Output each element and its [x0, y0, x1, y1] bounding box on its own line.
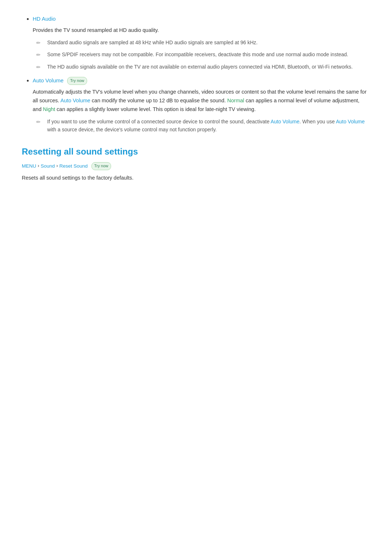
auto-volume-description: Automatically adjusts the TV's volume le…: [33, 88, 370, 114]
auto-volume-inline-link-3[interactable]: Auto Volume: [336, 119, 364, 124]
reset-section: Resetting all sound settings MENU › Soun…: [22, 145, 370, 182]
features-list: HD Audio Provides the TV sound resampled…: [22, 15, 370, 134]
auto-volume-title[interactable]: Auto Volume: [33, 77, 64, 83]
list-item-hd-audio: HD Audio Provides the TV sound resampled…: [33, 15, 370, 71]
hd-audio-note-3-text: The HD audio signals available on the TV…: [47, 63, 370, 71]
breadcrumb-chevron-2: ›: [56, 162, 58, 170]
breadcrumb: MENU › Sound › Reset Sound Try now: [22, 162, 370, 170]
hd-audio-note-2: ✏ Some S/PDIF receivers may not be compa…: [36, 50, 370, 59]
hd-audio-note-3: ✏ The HD audio signals available on the …: [36, 63, 370, 71]
auto-volume-note-1-text: If you want to use the volume control of…: [47, 118, 370, 134]
breadcrumb-reset-sound[interactable]: Reset Sound: [59, 162, 87, 170]
pencil-icon-1: ✏: [36, 39, 44, 47]
list-item-auto-volume: Auto Volume Try now Automatically adjust…: [33, 76, 370, 134]
reset-description: Resets all sound settings to the factory…: [22, 174, 370, 182]
breadcrumb-chevron-1: ›: [38, 162, 39, 170]
pencil-icon-2: ✏: [36, 51, 44, 59]
auto-volume-inline-link-1[interactable]: Auto Volume: [61, 98, 90, 103]
main-content: HD Audio Provides the TV sound resampled…: [22, 15, 370, 182]
hd-audio-description: Provides the TV sound resampled at HD au…: [33, 26, 370, 35]
night-inline-link[interactable]: Night: [43, 106, 55, 112]
pencil-icon-3: ✏: [36, 63, 44, 71]
hd-audio-title[interactable]: HD Audio: [33, 16, 56, 22]
breadcrumb-sound[interactable]: Sound: [41, 162, 55, 170]
auto-volume-try-now-badge[interactable]: Try now: [67, 77, 87, 85]
auto-volume-inline-link-2[interactable]: Auto Volume: [271, 119, 299, 124]
reset-sound-try-now-badge[interactable]: Try now: [91, 162, 111, 170]
hd-audio-note-1-text: Standard audio signals are sampled at 48…: [47, 38, 370, 46]
breadcrumb-menu[interactable]: MENU: [22, 162, 36, 170]
reset-section-heading: Resetting all sound settings: [22, 145, 370, 159]
auto-volume-note-1: ✏ If you want to use the volume control …: [36, 118, 370, 134]
pencil-icon-4: ✏: [36, 118, 44, 126]
normal-inline-link[interactable]: Normal: [227, 98, 244, 103]
auto-volume-notes: ✏ If you want to use the volume control …: [33, 118, 370, 134]
hd-audio-notes: ✏ Standard audio signals are sampled at …: [33, 38, 370, 71]
hd-audio-note-2-text: Some S/PDIF receivers may not be compati…: [47, 50, 370, 58]
hd-audio-note-1: ✏ Standard audio signals are sampled at …: [36, 38, 370, 47]
